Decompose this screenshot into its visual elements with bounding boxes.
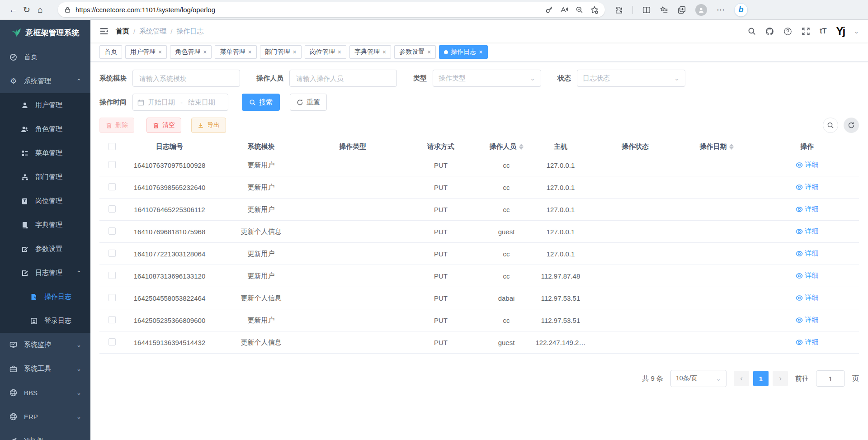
tab-oper-log[interactable]: 操作日志× (439, 45, 487, 59)
next-page-button[interactable]: › (773, 371, 788, 386)
row-checkbox[interactable] (108, 338, 116, 345)
sidebar-fold-icon[interactable] (99, 27, 108, 36)
breadcrumb-home[interactable]: 首页 (116, 27, 129, 36)
current-page-button[interactable]: 1 (753, 371, 769, 386)
split-screen-icon[interactable] (642, 6, 651, 14)
row-checkbox[interactable] (108, 250, 116, 257)
reset-button[interactable]: 重置 (290, 94, 327, 111)
browser-profile-avatar[interactable] (695, 4, 707, 16)
close-icon[interactable]: × (293, 48, 297, 56)
sidebar-item-menu-mgmt[interactable]: 菜单管理 (0, 141, 90, 165)
goto-page-input[interactable] (816, 370, 845, 387)
header-search-icon[interactable] (748, 27, 756, 35)
sidebar-item-home[interactable]: 首页 (0, 45, 90, 69)
tab-dict-mgmt[interactable]: 字典管理× (349, 45, 391, 59)
delete-button[interactable]: 删除 (99, 118, 134, 133)
sidebar-item-dict-mgmt[interactable]: 字典管理 (0, 213, 90, 237)
detail-link[interactable]: 详细 (796, 183, 819, 191)
detail-link[interactable]: 详细 (796, 227, 819, 236)
bing-chat-icon[interactable]: b (735, 4, 747, 16)
tab-post-mgmt[interactable]: 岗位管理× (305, 45, 346, 59)
search-button[interactable]: 搜索 (242, 94, 280, 111)
tab-menu-mgmt[interactable]: 菜单管理× (215, 45, 256, 59)
browser-settings-icon[interactable]: ⋯ (717, 5, 725, 15)
tab-user-mgmt[interactable]: 用户管理× (125, 45, 167, 59)
detail-link[interactable]: 详细 (796, 338, 819, 346)
status-select[interactable]: 日志状态 ⌄ (577, 70, 685, 87)
module-input[interactable] (132, 70, 240, 87)
browser-back-icon[interactable]: ← (6, 5, 20, 15)
detail-link[interactable]: 详细 (796, 316, 819, 324)
font-size-icon[interactable]: tT (820, 27, 826, 35)
prev-page-button[interactable]: ‹ (734, 371, 749, 386)
tab-dept-mgmt[interactable]: 部门管理× (260, 45, 302, 59)
row-checkbox[interactable] (108, 272, 116, 279)
browser-refresh-icon[interactable]: ↻ (20, 5, 33, 15)
sidebar-logo[interactable]: 意框架管理系统 (0, 20, 90, 45)
detail-link[interactable]: 详细 (796, 249, 819, 258)
type-select[interactable]: 操作类型 ⌄ (433, 70, 541, 87)
detail-link[interactable]: 详细 (796, 271, 819, 280)
operator-input[interactable] (289, 70, 397, 87)
sidebar-item-dept-mgmt[interactable]: 部门管理 (0, 165, 90, 189)
sidebar-item-user-mgmt[interactable]: 用户管理 (0, 93, 90, 117)
close-icon[interactable]: × (382, 48, 386, 56)
sidebar-item-param-settings[interactable]: 参数设置 (0, 237, 90, 261)
url-text[interactable]: https://ccnetcore.com:1101/system/log/op… (75, 6, 538, 14)
detail-link[interactable]: 详细 (796, 205, 819, 213)
date-range-picker[interactable]: 开始日期 - 结束日期 (132, 94, 228, 111)
sidebar-item-erp[interactable]: ERP ⌄ (0, 405, 90, 429)
sidebar-item-system-tools[interactable]: 系统工具 ⌄ (0, 357, 90, 381)
row-checkbox[interactable] (108, 161, 116, 168)
github-icon[interactable] (765, 27, 774, 36)
sidebar-item-login-log[interactable]: 登录日志 (0, 309, 90, 333)
close-icon[interactable]: × (479, 48, 482, 56)
detail-link[interactable]: 详细 (796, 161, 819, 169)
user-logo-avatar[interactable]: Yj (836, 25, 844, 38)
sidebar-item-bbs[interactable]: BBS ⌄ (0, 381, 90, 405)
row-checkbox[interactable] (108, 205, 116, 213)
breadcrumb-system[interactable]: 系统管理 (139, 27, 166, 36)
tab-param-settings[interactable]: 参数设置× (394, 45, 436, 59)
fullscreen-icon[interactable] (802, 27, 810, 36)
row-checkbox[interactable] (108, 316, 116, 323)
browser-home-icon[interactable]: ⌂ (33, 5, 47, 15)
detail-link[interactable]: 详细 (796, 293, 819, 302)
favorites-list-icon[interactable] (660, 6, 668, 14)
sidebar-item-yi-framework[interactable]: Yi框架 (0, 429, 90, 440)
sidebar-item-post-mgmt[interactable]: 岗位管理 (0, 189, 90, 213)
zoom-out-icon[interactable] (576, 6, 583, 14)
tab-role-mgmt[interactable]: 角色管理× (170, 45, 212, 59)
sidebar-item-role-mgmt[interactable]: 角色管理 (0, 117, 90, 141)
favorite-star-icon[interactable] (590, 6, 599, 14)
row-checkbox[interactable] (108, 294, 116, 301)
extensions-icon[interactable] (615, 6, 623, 14)
address-bar[interactable]: https://ccnetcore.com:1101/system/log/op… (58, 2, 605, 17)
refresh-table-icon[interactable] (844, 118, 859, 133)
col-operator[interactable]: 操作人员 (484, 142, 529, 151)
close-icon[interactable]: × (203, 48, 207, 56)
tab-home[interactable]: 首页 (99, 45, 122, 59)
clear-button[interactable]: 清空 (146, 118, 181, 133)
close-icon[interactable]: × (427, 48, 431, 56)
sidebar-item-system-mgmt[interactable]: ⚙ 系统管理 ⌃ (0, 69, 90, 93)
select-all-checkbox[interactable] (108, 143, 116, 150)
close-icon[interactable]: × (158, 48, 162, 56)
sidebar-item-oper-log[interactable]: 操作日志 (0, 285, 90, 309)
show-search-toggle-icon[interactable] (823, 118, 838, 133)
close-icon[interactable]: × (248, 48, 251, 56)
password-key-icon[interactable] (545, 6, 553, 14)
sidebar-item-system-monitor[interactable]: 系统监控 ⌄ (0, 333, 90, 357)
sidebar-item-log-mgmt[interactable]: 日志管理 ⌃ (0, 261, 90, 285)
page-size-select[interactable]: 10条/页 ⌄ (670, 370, 726, 387)
close-icon[interactable]: × (338, 48, 341, 56)
help-icon[interactable] (783, 27, 792, 36)
avatar-chevron-down-icon[interactable]: ⌄ (854, 28, 859, 35)
export-button[interactable]: 导出 (191, 118, 226, 133)
collections-icon[interactable] (678, 6, 686, 14)
sort-icon[interactable] (729, 144, 734, 150)
sort-icon[interactable] (519, 144, 524, 150)
col-date[interactable]: 操作日期 (678, 142, 755, 151)
row-checkbox[interactable] (108, 183, 116, 190)
row-checkbox[interactable] (108, 227, 116, 235)
